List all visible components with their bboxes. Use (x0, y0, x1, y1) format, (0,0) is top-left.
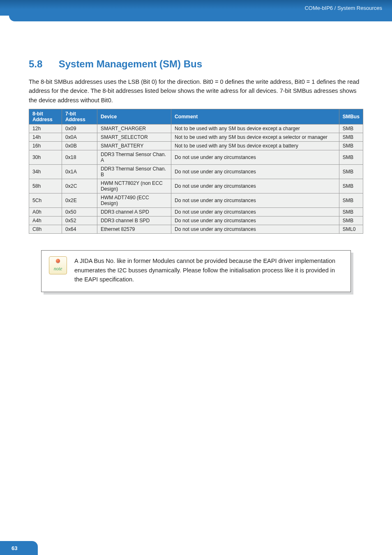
cell-comment: Not to be used with any SM bus device ex… (171, 142, 339, 150)
cell-addr7: 0x0B (62, 142, 97, 150)
cell-device: DDR3 channel B SPD (97, 216, 171, 225)
table-row: 12h0x09SMART_CHARGERNot to be used with … (29, 124, 363, 133)
footer-band: 63 (0, 541, 38, 555)
table-header-row: 8-bit Address 7-bit Address Device Comme… (29, 109, 363, 124)
note-box: note A JIDA Bus No. like in former Modul… (41, 250, 351, 292)
cell-addr7: 0x52 (62, 216, 97, 225)
cell-addr8: 58h (29, 179, 62, 193)
table-row: 34h0x1ADDR3 Thermal Sensor Chan. BDo not… (29, 165, 363, 179)
cell-addr7: 0x2E (62, 193, 97, 208)
cell-device: Ethernet 82579 (97, 225, 171, 234)
section-paragraph: The 8-bit SMBus addresses uses the LSB (… (29, 77, 363, 105)
cell-addr8: A4h (29, 216, 62, 225)
cell-smbus: SMB (339, 208, 363, 216)
cell-comment: Do not use under any circumstances (171, 193, 339, 208)
breadcrumb: COMe-bIP6 / System Resources (304, 5, 382, 11)
cell-addr8: 12h (29, 124, 62, 133)
cell-addr7: 0x09 (62, 124, 97, 133)
header-band: COMe-bIP6 / System Resources (0, 0, 392, 16)
cell-smbus: SMB (339, 193, 363, 208)
th-comment: Comment (171, 109, 339, 124)
table-row: 58h0x2CHWM NCT7802Y (non ECC Design)Do n… (29, 179, 363, 193)
cell-comment: Do not use under any circumstances (171, 216, 339, 225)
cell-addr8: 5Ch (29, 193, 62, 208)
cell-device: DDR3 Thermal Sensor Chan. B (97, 165, 171, 179)
table-row: 16h0x0BSMART_BATTERYNot to be used with … (29, 142, 363, 150)
cell-addr7: 0x18 (62, 150, 97, 165)
cell-addr8: 30h (29, 150, 62, 165)
pin-icon (56, 259, 60, 263)
cell-addr7: 0x2C (62, 179, 97, 193)
cell-device: SMART_SELECTOR (97, 133, 171, 142)
cell-addr7: 0x50 (62, 208, 97, 216)
cell-addr7: 0x64 (62, 225, 97, 234)
cell-addr8: 14h (29, 133, 62, 142)
section-title-text: System Management (SM) Bus (59, 58, 202, 69)
th-device: Device (97, 109, 171, 124)
table-row: A0h0x50DDR3 channel A SPDDo not use unde… (29, 208, 363, 216)
cell-comment: Not to be used with any SM bus device ex… (171, 124, 339, 133)
cell-smbus: SMB (339, 150, 363, 165)
section-heading: 5.8 System Management (SM) Bus (29, 58, 363, 70)
note-text: A JIDA Bus No. like in former Modules ca… (74, 256, 341, 284)
cell-comment: Not to be used with any SM bus device ex… (171, 133, 339, 142)
th-8bit: 8-bit Address (29, 109, 62, 124)
note-icon: note (49, 256, 67, 274)
cell-comment: Do not use under any circumstances (171, 225, 339, 234)
cell-smbus: SMB (339, 216, 363, 225)
cell-smbus: SMB (339, 165, 363, 179)
cell-addr7: 0x1A (62, 165, 97, 179)
smbus-table: 8-bit Address 7-bit Address Device Comme… (29, 109, 363, 234)
cell-smbus: SMB (339, 124, 363, 133)
cell-device: SMART_BATTERY (97, 142, 171, 150)
table-row: 30h0x18DDR3 Thermal Sensor Chan. ADo not… (29, 150, 363, 165)
cell-comment: Do not use under any circumstances (171, 165, 339, 179)
page-number: 63 (12, 545, 17, 551)
cell-device: DDR3 Thermal Sensor Chan. A (97, 150, 171, 165)
th-7bit: 7-bit Address (62, 109, 97, 124)
cell-smbus: SML0 (339, 225, 363, 234)
cell-comment: Do not use under any circumstances (171, 208, 339, 216)
table-row: 14h0x0ASMART_SELECTORNot to be used with… (29, 133, 363, 142)
cell-addr8: A0h (29, 208, 62, 216)
cell-addr7: 0x0A (62, 133, 97, 142)
cell-comment: Do not use under any circumstances (171, 150, 339, 165)
cell-smbus: SMB (339, 133, 363, 142)
note-icon-label: note (54, 266, 62, 272)
cell-device: SMART_CHARGER (97, 124, 171, 133)
header-tab-edge (9, 15, 392, 21)
section-number: 5.8 (29, 58, 56, 70)
cell-smbus: SMB (339, 179, 363, 193)
th-smbus: SMBus (339, 109, 363, 124)
cell-addr8: C8h (29, 225, 62, 234)
cell-device: DDR3 channel A SPD (97, 208, 171, 216)
table-row: A4h0x52DDR3 channel B SPDDo not use unde… (29, 216, 363, 225)
table-row: 5Ch0x2EHWM ADT7490 (ECC Design)Do not us… (29, 193, 363, 208)
cell-comment: Do not use under any circumstances (171, 179, 339, 193)
table-row: C8h0x64Ethernet 82579Do not use under an… (29, 225, 363, 234)
cell-smbus: SMB (339, 142, 363, 150)
cell-addr8: 34h (29, 165, 62, 179)
cell-addr8: 16h (29, 142, 62, 150)
cell-device: HWM ADT7490 (ECC Design) (97, 193, 171, 208)
cell-device: HWM NCT7802Y (non ECC Design) (97, 179, 171, 193)
